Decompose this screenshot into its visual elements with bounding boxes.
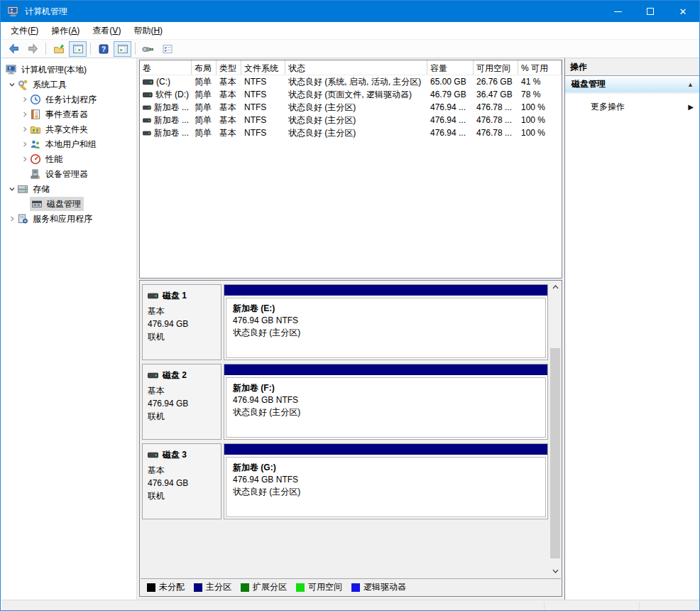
tree-item-task-scheduler[interactable]: 任务计划程序 (1, 92, 136, 107)
checklist-button[interactable] (158, 41, 176, 57)
menu-action[interactable]: 操作(A) (45, 22, 86, 40)
column-header-free-space[interactable]: 可用空间 (474, 60, 518, 75)
disk-pane-scrollbar[interactable] (549, 281, 561, 577)
column-header-layout[interactable]: 布局 (192, 60, 217, 75)
disk-2-row: 磁盘 2 基本 476.94 GB 联机 新加卷 (F:) 476.94 GB … (142, 364, 548, 440)
toolbar: ? (1, 40, 700, 58)
show-console-tree-button[interactable] (69, 41, 87, 57)
action-pane-title: 操作 (565, 58, 700, 76)
scroll-down-button[interactable] (549, 566, 561, 577)
back-icon (8, 43, 20, 55)
collapse-icon[interactable]: ▲ (687, 81, 694, 88)
tree-item-local-users-and-groups[interactable]: 本地用户和组 (1, 136, 136, 151)
column-header-type[interactable]: 类型 (217, 60, 241, 75)
volume-row-c[interactable]: (C:) 简单 基本 NTFS 状态良好 (系统, 启动, 活动, 主分区) 6… (140, 75, 562, 88)
console-properties-button[interactable] (139, 41, 157, 57)
minimize-button[interactable] (601, 1, 634, 22)
tree-item-services-and-applications[interactable]: 服务和应用程序 (1, 211, 136, 226)
column-header-volume[interactable]: 卷 (140, 60, 192, 75)
scrollbar-thumb[interactable] (550, 348, 560, 558)
statusbar-separator (639, 602, 640, 610)
legend-swatch (296, 583, 305, 592)
legend-free-space: 可用空间 (296, 581, 342, 593)
disk-1-info-box[interactable]: 磁盘 1 基本 476.94 GB 联机 (142, 284, 222, 360)
performance-icon (30, 153, 41, 165)
disk-icon (148, 452, 158, 458)
chevron-right-icon[interactable] (20, 141, 30, 148)
tree-item-event-viewer[interactable]: 事件查看器 (1, 107, 136, 121)
shared-folders-icon (30, 124, 41, 135)
volume-icon (143, 79, 153, 85)
scroll-down-icon (552, 569, 559, 573)
console-tree-pane: 计算机管理(本地) 系统工具 任务计划程序 事件查看器 共享文件夹 本地用户和组 (1, 58, 137, 600)
tree-item-system-tools[interactable]: 系统工具 (1, 77, 136, 92)
volume-icon (143, 104, 151, 111)
disk-graphical-pane: 磁盘 1 基本 476.94 GB 联机 新加卷 (E:) 476.94 GB … (139, 280, 562, 597)
help-button[interactable]: ? (94, 41, 112, 57)
legend-swatch (351, 583, 360, 592)
scroll-up-icon (552, 285, 559, 289)
disk-management-action-section[interactable]: 磁盘管理 ▲ (565, 76, 700, 93)
computer-icon (6, 64, 17, 75)
column-header-capacity[interactable]: 容量 (427, 60, 474, 75)
column-header-percent-free[interactable]: % 可用 (518, 60, 562, 75)
volume-row-g[interactable]: 新加卷 ... 简单 基本 NTFS 状态良好 (主分区) 476.94 ...… (140, 126, 562, 139)
computer-management-window: { "titlebar": { "title": "计算机管理", "minim… (0, 0, 700, 611)
primary-partition-strip (224, 364, 547, 375)
more-actions-item[interactable]: 更多操作 ▶ (565, 99, 700, 114)
chevron-right-icon[interactable] (20, 111, 30, 118)
action-pane-icon (117, 43, 128, 55)
close-icon: ✕ (679, 7, 687, 16)
tree-item-computer-management[interactable]: 计算机管理(本地) (1, 62, 136, 77)
tree-item-performance[interactable]: 性能 (1, 151, 136, 166)
volume-row-f[interactable]: 新加卷 ... 简单 基本 NTFS 状态良好 (主分区) 476.94 ...… (140, 114, 562, 126)
console-properties-icon (142, 44, 155, 54)
column-header-status[interactable]: 状态 (285, 60, 427, 75)
chevron-right-icon[interactable] (20, 96, 30, 103)
forward-button[interactable] (24, 41, 42, 57)
volume-row-d[interactable]: 软件 (D:) 简单 基本 NTFS 状态良好 (页面文件, 逻辑驱动器) 46… (140, 88, 562, 101)
tree-item-storage[interactable]: 存储 (1, 181, 136, 196)
disk-1-volume-details: 新加卷 (E:) 476.94 GB NTFS 状态良好 (主分区) (226, 298, 546, 358)
menu-help[interactable]: 帮助(H) (127, 22, 169, 40)
column-header-filesystem[interactable]: 文件系统 (241, 60, 285, 75)
svg-text:?: ? (101, 45, 105, 53)
legend-unallocated: 未分配 (147, 581, 185, 593)
menu-file[interactable]: 文件(F) (4, 22, 45, 40)
console-tree-icon (72, 43, 84, 55)
chevron-right-icon[interactable] (7, 215, 17, 222)
volume-list-header: 卷 布局 类型 文件系统 状态 容量 可用空间 % 可用 (140, 60, 562, 75)
volume-icon (143, 130, 151, 136)
computer-management-app-icon (7, 6, 19, 17)
disk-3-volume-box[interactable]: 新加卷 (G:) 476.94 GB NTFS 状态良好 (主分区) (224, 443, 548, 519)
close-button[interactable]: ✕ (667, 1, 699, 22)
disk-1-volume-box[interactable]: 新加卷 (E:) 476.94 GB NTFS 状态良好 (主分区) (224, 284, 548, 360)
disk-icon (148, 372, 158, 379)
legend-logical-drive: 逻辑驱动器 (351, 581, 406, 593)
forward-icon (27, 43, 39, 55)
chevron-right-icon[interactable] (20, 126, 30, 133)
task-scheduler-icon (30, 94, 41, 105)
toolbar-separator (45, 43, 46, 55)
chevron-down-icon[interactable] (7, 81, 17, 88)
show-action-pane-button[interactable] (114, 41, 131, 57)
tree-item-shared-folders[interactable]: 共享文件夹 (1, 121, 136, 136)
primary-partition-strip (224, 285, 547, 296)
export-list-button[interactable] (50, 41, 67, 57)
volume-row-e[interactable]: 新加卷 ... 简单 基本 NTFS 状态良好 (主分区) 476.94 ...… (140, 101, 562, 114)
disk-3-info-box[interactable]: 磁盘 3 基本 476.94 GB 联机 (142, 443, 222, 519)
scroll-up-button[interactable] (549, 281, 561, 293)
chevron-down-icon[interactable] (7, 185, 17, 193)
volume-icon (143, 92, 153, 98)
window-title: 计算机管理 (25, 6, 67, 18)
menu-view[interactable]: 查看(V) (86, 22, 127, 40)
chevron-right-icon[interactable] (20, 156, 30, 163)
checklist-icon (162, 43, 173, 55)
tree-item-device-manager[interactable]: 设备管理器 (1, 166, 136, 181)
menubar: 文件(F) 操作(A) 查看(V) 帮助(H) (1, 22, 700, 40)
maximize-button[interactable] (634, 1, 667, 22)
disk-2-info-box[interactable]: 磁盘 2 基本 476.94 GB 联机 (142, 364, 222, 440)
back-button[interactable] (5, 41, 23, 57)
tree-item-disk-management[interactable]: 磁盘管理 (1, 196, 136, 211)
disk-2-volume-box[interactable]: 新加卷 (F:) 476.94 GB NTFS 状态良好 (主分区) (224, 364, 548, 440)
